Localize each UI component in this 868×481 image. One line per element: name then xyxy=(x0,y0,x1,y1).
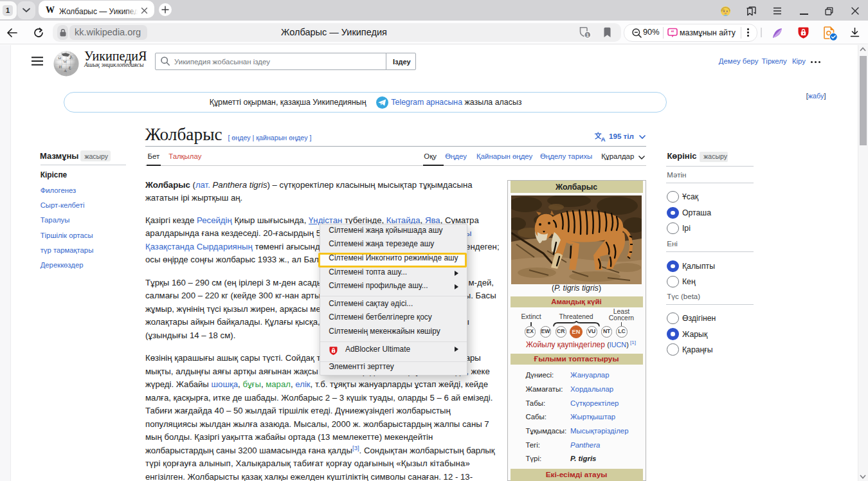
svg-text:Ω: Ω xyxy=(59,55,62,60)
svg-text:W: W xyxy=(63,59,67,64)
svg-text:あ: あ xyxy=(69,55,73,60)
svg-text:ع: ع xyxy=(69,64,71,69)
svg-text:A: A xyxy=(64,68,67,73)
svg-text:1: 1 xyxy=(586,32,589,38)
svg-text:И: И xyxy=(59,64,62,69)
svg-text:A: A xyxy=(601,136,606,142)
svg-text:“: “ xyxy=(671,29,674,36)
